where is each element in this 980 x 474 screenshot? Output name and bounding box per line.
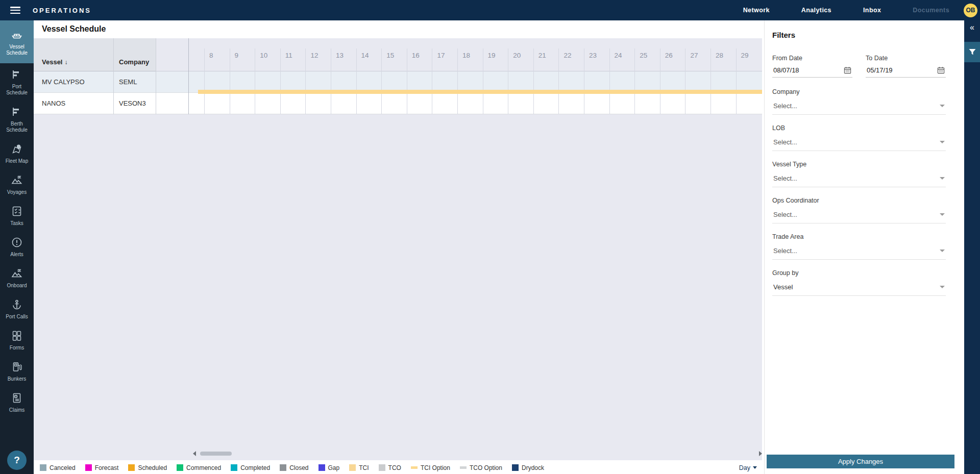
legend-label: Forecast xyxy=(95,464,119,471)
filter-select-lob[interactable]: Select... xyxy=(772,135,946,151)
sidebar-item-label: Voyages xyxy=(7,189,27,195)
legend-item-closed: Closed xyxy=(280,464,308,471)
sidebar-item-label: Alerts xyxy=(10,252,23,258)
anchor-icon xyxy=(11,298,23,311)
avatar[interactable]: OB xyxy=(964,4,977,17)
chevron-down-icon xyxy=(940,250,945,252)
filter-select-value: Select... xyxy=(773,247,940,255)
filter-label-vessel-type: Vessel Type xyxy=(772,161,946,168)
timeline-day-19: 19 xyxy=(483,48,508,114)
menu-icon[interactable] xyxy=(10,7,20,14)
legend-item-drydock: Drydock xyxy=(512,464,544,471)
sidebar-item-label: Tasks xyxy=(10,220,23,227)
sidebar-item-tasks[interactable]: Tasks xyxy=(0,200,34,231)
sidebar-item-label: Fleet Map xyxy=(6,158,28,164)
sidebar-item-port-schedule[interactable]: Port Schedule xyxy=(0,63,34,101)
sidebar-item-alerts[interactable]: Alerts xyxy=(0,231,34,262)
map-pin-icon xyxy=(11,143,23,155)
topnav-item-analytics[interactable]: Analytics xyxy=(801,7,831,14)
to-date-input[interactable]: 05/17/19 xyxy=(867,66,937,74)
legend-swatch xyxy=(128,464,135,471)
scroll-right-arrow-icon[interactable] xyxy=(759,451,762,456)
calendar-icon[interactable] xyxy=(844,66,851,74)
timeline-day-11: 11 xyxy=(280,48,306,114)
filter-group-group-by: Group byVessel xyxy=(772,269,946,296)
sidebar-item-claims[interactable]: Claims xyxy=(0,387,34,418)
sidebar-item-port-calls[interactable]: Port Calls xyxy=(0,293,34,325)
filter-select-trade-area[interactable]: Select... xyxy=(772,244,946,260)
filter-select-value: Select... xyxy=(773,211,940,218)
scrollbar-thumb[interactable] xyxy=(200,452,232,456)
collapse-panel-icon[interactable]: « xyxy=(964,22,980,33)
filter-label-ops-coordinator: Ops Coordinator xyxy=(772,197,946,204)
filters-title: Filters xyxy=(772,31,946,39)
timeline-day-15: 15 xyxy=(381,48,407,114)
legend-swatch xyxy=(460,466,467,469)
topnav-item-documents[interactable]: Documents xyxy=(913,7,949,14)
legend-item-gap: Gap xyxy=(318,464,340,471)
gantt-icon xyxy=(11,68,23,81)
gantt-day-grid: 8910111213141516171819202122232425262728… xyxy=(156,48,762,114)
sidebar-item-berth-schedule[interactable]: Berth Schedule xyxy=(0,101,34,138)
sidebar-item-voyages[interactable]: Voyages xyxy=(0,169,34,200)
filter-select-ops-coordinator[interactable]: Select... xyxy=(772,208,946,223)
topnav-item-inbox[interactable]: Inbox xyxy=(863,7,881,14)
timeline-day-20: 20 xyxy=(508,48,533,114)
chevron-down-icon xyxy=(940,105,945,107)
filter-funnel-icon[interactable] xyxy=(964,42,980,62)
legend-label: Gap xyxy=(328,464,340,471)
filter-select-group-by[interactable]: Vessel xyxy=(772,280,946,296)
sidebar-item-bunkers[interactable]: Bunkers xyxy=(0,356,34,387)
sort-desc-icon: ↓ xyxy=(65,59,68,66)
sidebar-item-vessel-schedule[interactable]: Vessel Schedule xyxy=(0,20,34,63)
sidebar-item-label: Onboard xyxy=(7,283,27,289)
sidebar-item-label: Vessel Schedule xyxy=(6,44,28,56)
forms-icon xyxy=(11,330,23,342)
filter-label-company: Company xyxy=(772,88,946,95)
help-button[interactable]: ? xyxy=(7,451,27,470)
ship-icon xyxy=(11,29,23,41)
filter-selects: CompanySelect...LOBSelect...Vessel TypeS… xyxy=(772,88,946,296)
column-header-vessel[interactable]: Vessel↓ xyxy=(42,58,68,66)
scroll-left-arrow-icon[interactable] xyxy=(193,451,196,456)
column-header-company[interactable]: Company xyxy=(119,58,149,66)
timescale-select[interactable]: Day xyxy=(739,464,757,471)
apply-changes-button[interactable]: Apply Changes xyxy=(767,455,954,468)
filter-select-company[interactable]: Select... xyxy=(772,99,946,115)
sidebar-item-label: Port Schedule xyxy=(6,84,28,96)
timeline-day-18: 18 xyxy=(457,48,483,114)
timeline-day-23: 23 xyxy=(584,48,609,114)
legend-swatch xyxy=(512,464,519,471)
gantt-bar-tci-option[interactable] xyxy=(198,90,762,94)
sidebar-item-forms[interactable]: Forms xyxy=(0,325,34,356)
filters-panel: Filters From Date 08/07/18 To Date 05/17… xyxy=(764,20,964,474)
filter-select-value: Vessel xyxy=(773,283,940,291)
checklist-icon xyxy=(11,205,23,217)
timeline-day-16: 16 xyxy=(407,48,432,114)
table-header: Vessel↓ Company xyxy=(34,38,156,71)
to-date-field: To Date 05/17/19 xyxy=(866,55,946,78)
sidebar-item-onboard[interactable]: Onboard xyxy=(0,262,34,293)
to-date-label: To Date xyxy=(866,55,946,62)
filter-select-value: Select... xyxy=(773,174,940,182)
legend-label: TCI Option xyxy=(421,464,450,471)
filter-label-trade-area: Trade Area xyxy=(772,233,946,240)
legend-item-completed: Completed xyxy=(231,464,270,471)
calendar-icon[interactable] xyxy=(937,66,945,74)
legend-label: TCO xyxy=(388,464,401,471)
filter-select-vessel-type[interactable]: Select... xyxy=(772,171,946,187)
from-date-input[interactable]: 08/07/18 xyxy=(773,66,844,74)
timeline-day-29: 29 xyxy=(736,48,762,114)
chevron-down-icon xyxy=(940,177,945,180)
right-rail: « xyxy=(964,20,980,474)
filter-group-lob: LOBSelect... xyxy=(772,124,946,151)
filter-select-value: Select... xyxy=(773,102,940,110)
sidebar-item-fleet-map[interactable]: Fleet Map xyxy=(0,138,34,169)
legend-item-tco-option: TCO Option xyxy=(460,464,502,471)
app-root: OPERATIONS NetworkAnalyticsInboxDocument… xyxy=(0,0,980,474)
legend-item-forecast: Forecast xyxy=(85,464,119,471)
topnav-item-network[interactable]: Network xyxy=(743,7,770,14)
vessel-name: NANOS xyxy=(42,93,65,114)
claim-doc-icon xyxy=(11,392,23,404)
timeline-day-21: 21 xyxy=(533,48,559,114)
